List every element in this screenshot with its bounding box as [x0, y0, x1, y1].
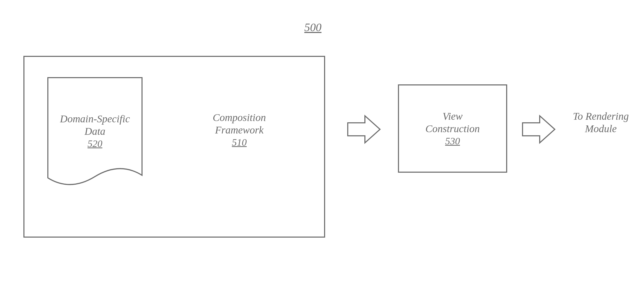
label-text: Composition — [213, 112, 266, 124]
label-text: Module — [585, 123, 617, 135]
label-text: Construction — [426, 123, 480, 135]
reference-number: 520 — [88, 138, 102, 149]
label-text: Domain-Specific — [60, 113, 130, 125]
diagram-canvas: 500 Domain-Specific Data 520 Composition… — [0, 0, 644, 302]
label-text: View — [442, 110, 462, 122]
label-text: Framework — [215, 124, 264, 136]
label-text: To Rendering — [573, 110, 629, 122]
view-construction-box: View Construction 530 — [398, 84, 507, 173]
reference-number: 530 — [445, 135, 460, 147]
arrow-right-icon — [347, 114, 382, 145]
figure-number: 500 — [304, 21, 321, 34]
domain-specific-data-block: Domain-Specific Data 520 — [47, 77, 143, 186]
domain-specific-data-label: Domain-Specific Data 520 — [47, 77, 143, 186]
reference-number: 510 — [232, 137, 247, 148]
to-rendering-module-label: To Rendering Module — [563, 110, 639, 135]
label-text: Data — [85, 125, 105, 137]
composition-framework-label: Composition Framework 510 — [182, 112, 297, 148]
arrow-right-icon — [521, 114, 557, 145]
